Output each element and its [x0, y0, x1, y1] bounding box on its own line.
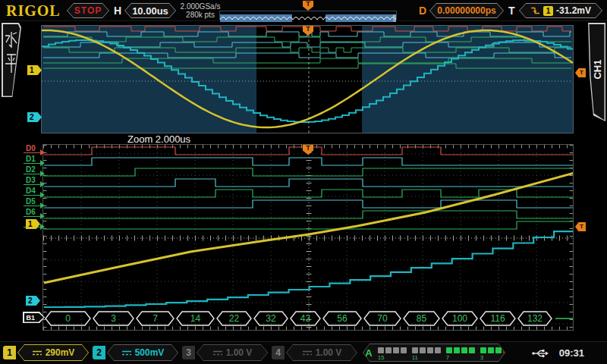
la-channel-square-12 [401, 347, 407, 353]
ch1-menu-tab[interactable]: CH1 [586, 23, 605, 121]
delay-label: D [419, 5, 426, 17]
la-channel-square-13 [393, 347, 399, 353]
main-sweep-waveforms [42, 26, 573, 133]
ch1-position-marker-main[interactable]: 1 [27, 65, 42, 75]
la-status-button[interactable]: LA 151173 [363, 344, 505, 362]
digital-channel-label-D4[interactable]: D4 [24, 187, 42, 196]
bus-value: 7 [137, 312, 174, 325]
bus-value-text: 116 [490, 313, 505, 324]
ch1-scale-content: 290mV [18, 345, 88, 360]
bus-value-text: 56 [337, 313, 348, 324]
bottom-status-bar: 1290mV2500mV31.00 V41.00 V LA 151173 09:… [0, 341, 607, 364]
digital-channel-label-D0[interactable]: D0 [24, 144, 42, 153]
sample-rate-readout: 2.000GSa/s 280k pts [178, 2, 223, 19]
la-label: LA [359, 347, 372, 359]
la-channel-square-10 [420, 347, 426, 353]
la-channel-squares: 151173 [378, 347, 509, 353]
run-state-label: STOP [74, 5, 102, 16]
la-channel-square-6 [454, 347, 460, 353]
chinese-horizontal-text-icon [3, 30, 20, 76]
trigger-position-marker-top[interactable]: T [303, 1, 313, 11]
la-square-group: 11 [412, 347, 441, 353]
trigger-level-marker-main[interactable]: T [575, 68, 586, 77]
bus-value: 85 [404, 312, 439, 325]
waveform-position-bar[interactable] [219, 11, 397, 20]
ch4-status-button[interactable]: 41.00 V [272, 344, 357, 362]
ch4-scale-value: 1.00 V [316, 347, 342, 358]
bus-value-text: 7 [153, 313, 158, 324]
digital-channel-label-D6[interactable]: D6 [24, 208, 42, 217]
ch1-status-button[interactable]: 1290mV [3, 344, 89, 362]
main-sweep-display [41, 25, 574, 133]
delay-value: 0.00000000ps [437, 5, 495, 16]
digital-channel-label-text: D4 [26, 187, 36, 195]
digital-channel-label-text: D2 [26, 165, 36, 174]
bus-value: 14 [177, 312, 214, 325]
bus-b1-label[interactable]: B1 [23, 312, 45, 323]
ch2-scale-value: 500mV [135, 347, 165, 358]
bus-value: 116 [480, 312, 515, 325]
bus-value-text: 14 [190, 313, 201, 324]
ch3-status-button[interactable]: 31.00 V [182, 344, 268, 362]
la-channel-square-3 [480, 347, 486, 353]
digital-channel-label-D1[interactable]: D1 [24, 155, 42, 164]
ch3-scale-pill: 1.00 V [197, 344, 268, 361]
la-square-group: 7 [446, 347, 475, 353]
oscilloscope-screen: RIGOL STOP H 10.00us 2.000GSa/s 280k pts… [0, 0, 607, 364]
bus-value-text: 22 [229, 313, 240, 324]
ch2-scale-content: 500mV [108, 345, 178, 360]
digital-channel-label-text: D3 [26, 176, 36, 184]
zoom-timebase-label: Zoom 2.000us [127, 133, 190, 145]
ch2-badge: 2 [93, 346, 105, 359]
bus-value-text: 43 [300, 313, 311, 324]
dc-coupling-icon [302, 350, 313, 356]
timebase-value: 10.00us [132, 5, 168, 17]
bus-value-text: 132 [527, 313, 543, 324]
timebase-control[interactable]: 10.00us [124, 3, 176, 18]
trigger-settings[interactable]: 1 -31.2mV [519, 3, 602, 18]
ch1-scale-pill: 290mV [17, 344, 89, 361]
trigger-level-marker-zoom[interactable]: T [575, 222, 586, 231]
la-square-group: 3 [480, 347, 509, 353]
la-channel-square-5 [461, 347, 467, 353]
digital-channel-label-text: D6 [26, 208, 36, 216]
ch4-badge: 4 [272, 346, 285, 359]
la-channel-square-1 [495, 347, 502, 353]
bus-value: 43 [291, 312, 320, 325]
bus-value-text: 85 [417, 313, 427, 324]
la-group-tick-label: 15 [378, 354, 385, 361]
digital-channel-label-text: D1 [26, 155, 36, 163]
digital-channel-label-D3[interactable]: D3 [24, 176, 42, 185]
delay-readout[interactable]: 0.00000000ps [429, 3, 504, 18]
bus-value: 0 [46, 312, 90, 325]
run-state-button[interactable]: STOP [67, 3, 109, 18]
zoom-sweep-display: 03714223243567085100116132 [42, 144, 574, 331]
bus-value: 70 [364, 312, 401, 325]
ch2-position-marker-main[interactable]: 2 [27, 112, 42, 122]
la-channel-square-0 [503, 347, 509, 353]
waveform-position-graphic [220, 14, 396, 22]
la-group-tick-label: 3 [480, 354, 483, 361]
la-channel-square-7 [446, 347, 452, 353]
horizontal-menu-tab[interactable] [2, 23, 21, 97]
ch1-menu-tab-face: CH1 [587, 24, 605, 121]
bus-value-text: 100 [452, 313, 467, 324]
bus-value: 32 [254, 312, 288, 325]
bus-value-text: 0 [65, 313, 71, 324]
la-square-group: 15 [378, 347, 407, 353]
digital-channel-label-D2[interactable]: D2 [24, 165, 42, 174]
la-channel-square-15 [378, 347, 384, 353]
ch2-status-button[interactable]: 2500mV [93, 344, 178, 362]
ch2-position-marker-zoom[interactable]: 2 [26, 296, 40, 306]
digital-trace-zoom-D5 [44, 200, 573, 208]
clock-readout: 09:31 [559, 347, 584, 359]
digital-channel-label-text: D0 [26, 144, 36, 152]
bus-value: 3 [93, 312, 134, 325]
ch1-menu-tab-label: CH1 [591, 56, 602, 82]
digital-trace-zoom-D1 [44, 158, 573, 165]
memory-depth: 280k pts [178, 11, 223, 19]
la-channel-square-11 [412, 347, 418, 353]
la-channel-square-14 [385, 347, 392, 353]
bus-value-text: 3 [111, 313, 116, 324]
digital-channel-label-D5[interactable]: D5 [24, 197, 42, 206]
